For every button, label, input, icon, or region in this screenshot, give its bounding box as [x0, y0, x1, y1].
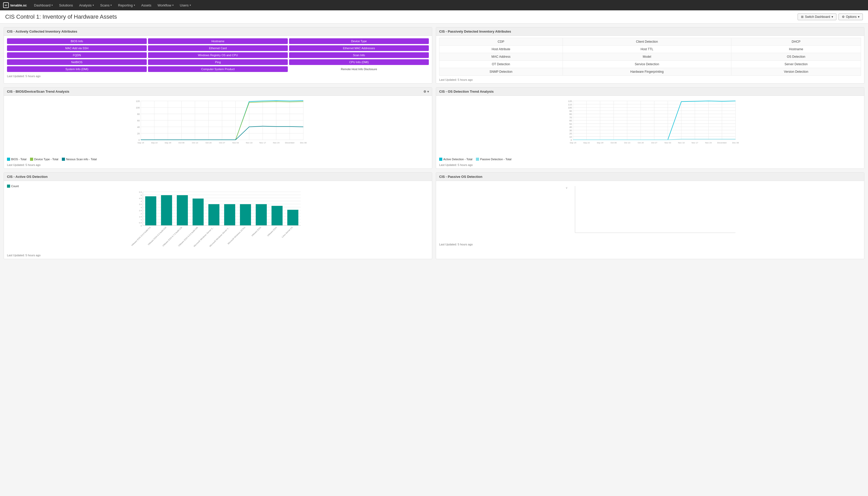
svg-text:1: 1 — [141, 218, 142, 221]
svg-text:2: 2 — [141, 213, 142, 215]
svg-text:Oct 06: Oct 06 — [611, 142, 617, 144]
options-button[interactable]: ⚙ Options ▾ — [838, 14, 863, 20]
svg-rect-116 — [145, 196, 156, 226]
svg-text:60: 60 — [569, 119, 572, 122]
active-os-panel: CIS - Active OS Detection Count 00.511.5… — [4, 172, 432, 259]
svg-text:100: 100 — [568, 106, 572, 109]
bios-legend-nessus: Nessus Scan info - Total — [62, 158, 96, 161]
inv-btn-winreg[interactable]: Windows Registry OS and CPU — [148, 52, 288, 58]
nav-solutions[interactable]: Solutions — [56, 0, 76, 10]
svg-rect-118 — [161, 195, 172, 226]
svg-text:5.5: 5.5 — [139, 191, 142, 193]
nav-assets[interactable]: Assets — [138, 0, 155, 10]
svg-rect-126 — [224, 204, 235, 226]
passive-table: CDPClient DetectionDHCPHost AttributeHos… — [439, 38, 861, 76]
svg-rect-128 — [240, 204, 251, 226]
os-legend-active: Active Detection - Total — [439, 158, 472, 161]
brand-logo: sc — [3, 2, 9, 8]
bios-chart-panel: CIS - BIOS/Device/Scan Trend Analysis ⚙ … — [4, 87, 432, 169]
brand[interactable]: sc tenable.sc — [3, 2, 27, 8]
inv-btn-fqdn[interactable]: FQDN — [7, 52, 147, 58]
bios-color-dot — [7, 158, 10, 161]
nav-workflow[interactable]: Workflow ▾ — [155, 0, 177, 10]
passive-table-cell: DHCP — [731, 38, 861, 46]
svg-text:Oct 06: Oct 06 — [178, 142, 185, 144]
active-inventory-updated: Last Updated: 5 hours ago — [4, 73, 432, 80]
inv-btn-cpu-info[interactable]: CPU Info (DMI) — [289, 59, 429, 65]
svg-text:Nov 24: Nov 24 — [705, 142, 712, 144]
passive-table-cell: Host TTL — [563, 46, 731, 53]
passive-table-cell: Server Detection — [731, 61, 861, 68]
bios-chart-header: CIS - BIOS/Device/Scan Trend Analysis ⚙ … — [4, 88, 432, 96]
svg-text:120: 120 — [136, 100, 140, 103]
inv-btn-computer[interactable]: Computer System Product — [148, 66, 288, 72]
svg-text:3.5: 3.5 — [139, 203, 142, 205]
nav-users[interactable]: Users ▾ — [177, 0, 194, 10]
svg-text:Microsoft Windows 10 Pro: Microsoft Windows 10 Pro — [227, 226, 246, 245]
svg-text:Nov 03: Nov 03 — [665, 142, 671, 144]
inv-plain-remote: Remote Host Info Disclosure — [289, 66, 429, 72]
svg-text:3: 3 — [141, 206, 142, 208]
inv-btn-netbios[interactable]: NetBIOS — [7, 59, 147, 65]
inv-btn-eth-mac[interactable]: Ethernet MAC Addresses — [289, 45, 429, 51]
svg-text:80: 80 — [137, 113, 140, 115]
bios-chart-container: 020406080100120Sep 15Sep 22Sep 29Oct 06O… — [4, 96, 432, 162]
svg-text:Sep 22: Sep 22 — [583, 142, 590, 144]
svg-text:VMware ESXi 6.0 build-419: VMware ESXi 6.0 build-419 — [147, 226, 167, 246]
active-os-bar-svg: 00.511.522.533.544.555.5VMware ESXi 6.0.… — [7, 189, 429, 251]
svg-text:80: 80 — [569, 113, 572, 115]
workflow-caret: ▾ — [172, 4, 174, 6]
nav-scans[interactable]: Scans ▾ — [97, 0, 115, 10]
inv-btn-ping[interactable]: Ping — [148, 59, 288, 65]
nav-reporting[interactable]: Reporting ▾ — [115, 0, 138, 10]
os-line-svg: 0102030405060708090100110120Sep 15Sep 22… — [439, 98, 861, 155]
active-color-dot — [439, 158, 442, 161]
svg-text:Nov 17: Nov 17 — [692, 142, 698, 144]
passive-os-updated: Last Updated: 5 hours ago — [436, 241, 864, 248]
navbar: sc tenable.sc Dashboard ▾ Solutions Anal… — [0, 0, 868, 10]
passive-table-cell: Hostname — [731, 46, 861, 53]
page-header: CIS Control 1: Inventory of Hardware Ass… — [0, 10, 868, 24]
brand-name: tenable.sc — [10, 3, 27, 7]
svg-rect-130 — [256, 204, 267, 226]
inv-btn-scan-info[interactable]: Scan Info — [289, 52, 429, 58]
passive-table-cell: Host Attribute — [439, 46, 563, 53]
svg-text:100: 100 — [136, 106, 140, 109]
passive-inventory-header: CIS - Passively Detected Inventory Attri… — [436, 28, 864, 36]
svg-text:December: December — [717, 142, 727, 144]
svg-text:Nov 17: Nov 17 — [259, 142, 266, 144]
svg-text:50: 50 — [569, 123, 572, 125]
svg-text:70: 70 — [569, 116, 572, 119]
inv-btn-mac[interactable]: MAC Add via SSH — [7, 45, 147, 51]
passive-table-cell: Model — [563, 53, 731, 61]
scans-caret: ▾ — [111, 4, 112, 6]
nav-analysis[interactable]: Analysis ▾ — [76, 0, 97, 10]
active-os-updated: Last Updated: 5 hours ago — [4, 252, 432, 259]
passive-color-dot — [476, 158, 479, 161]
passive-inventory-updated: Last Updated: 5 hours ago — [436, 77, 864, 83]
switch-dashboard-button[interactable]: ⊞ Switch Dashboard ▾ — [798, 14, 836, 20]
inv-btn-hostname[interactable]: Hostname — [148, 38, 288, 44]
svg-text:Dec 08: Dec 08 — [300, 142, 307, 144]
inv-btn-ethernet[interactable]: Ethernet Card — [148, 45, 288, 51]
svg-text:Oct 20: Oct 20 — [205, 142, 212, 144]
inv-btn-device-type[interactable]: Device Type — [289, 38, 429, 44]
svg-text:1.5: 1.5 — [139, 216, 142, 218]
svg-text:Nov 10: Nov 10 — [246, 142, 253, 144]
active-inventory-header: CIS - Actively Collected Inventory Attri… — [4, 28, 432, 36]
svg-text:Sep 22: Sep 22 — [151, 142, 158, 144]
users-caret: ▾ — [190, 4, 191, 6]
os-chart-panel: CIS - OS Detection Trend Analysis 010203… — [436, 87, 864, 169]
svg-rect-124 — [208, 204, 219, 226]
svg-text:v: v — [566, 186, 567, 189]
passive-os-header: CIS - Passive OS Detection — [436, 173, 864, 181]
svg-text:Oct 27: Oct 27 — [651, 142, 657, 144]
bios-chart-settings[interactable]: ⚙ ▾ — [423, 90, 429, 93]
svg-text:Sep 15: Sep 15 — [138, 142, 144, 144]
svg-text:Oct 20: Oct 20 — [638, 142, 644, 144]
bios-legend-device: Device Type - Total — [30, 158, 58, 161]
inv-btn-bios[interactable]: BIOS Info — [7, 38, 147, 44]
nav-dashboard[interactable]: Dashboard ▾ — [31, 0, 56, 10]
svg-text:4: 4 — [141, 200, 142, 202]
inv-btn-sysinfo[interactable]: System Info (DMI) — [7, 66, 147, 72]
